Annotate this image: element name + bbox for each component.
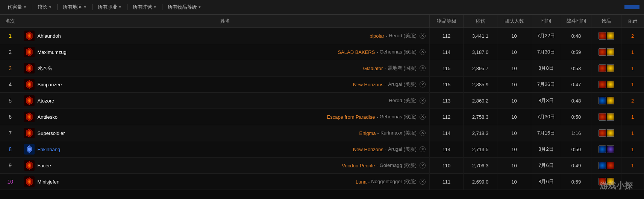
accessory-icons (591, 141, 621, 158)
item-level: 112 (430, 28, 464, 44)
guild-name[interactable]: Voodoo People (342, 163, 375, 168)
separator (57, 4, 58, 10)
dropdown-arrow: ▼ (23, 5, 27, 9)
guild-name[interactable]: New Horizons (353, 82, 383, 87)
filter-damage[interactable]: 伤害量 ▼ (5, 2, 30, 12)
guild-name[interactable]: Enigma (359, 130, 376, 136)
name-cell: SupersoldierEnigma - Kurinnaxx (美服)✕ (21, 125, 430, 141)
player-name[interactable]: Anttiesko (38, 114, 75, 120)
guild-name[interactable]: SALAD BAKERS (338, 49, 375, 55)
table-row[interactable]: 6 AnttieskoEscape from Paradise - Gehenn… (0, 109, 644, 125)
player-name[interactable]: 死木头 (38, 65, 75, 72)
region-badge[interactable]: ✕ (420, 146, 426, 152)
accessory-icons (591, 158, 621, 174)
table-header: 名次 姓名 物品等级 秒伤 团队人数 时间 战斗时间 饰品 Buff (0, 15, 644, 28)
region-badge[interactable]: ✕ (420, 179, 426, 185)
region-badge[interactable]: ✕ (420, 130, 426, 136)
server-name: Gehennas (欧服) (380, 113, 417, 120)
fight-time: 0:48 (561, 93, 591, 109)
guild-name[interactable]: bipolar (370, 33, 384, 39)
region-badge[interactable]: ✕ (420, 162, 426, 168)
lightning-icon (607, 97, 614, 104)
team-size: 10 (497, 158, 531, 174)
rank-cell: 3 (0, 60, 21, 77)
player-name[interactable]: Supersoldier (38, 130, 75, 136)
player-name[interactable]: Atozorc (38, 98, 75, 104)
dps-value: 2,860.2 (464, 93, 497, 109)
dropdown-arrow: ▼ (198, 5, 202, 9)
guild-name[interactable]: Luna (356, 179, 367, 185)
item-level: 114 (430, 125, 464, 141)
player-name[interactable]: Fhkinbang (38, 147, 75, 152)
guild-name[interactable]: Gladiator (363, 66, 383, 71)
date: 7月30日 (531, 109, 561, 125)
player-name[interactable]: Facée (38, 163, 75, 168)
region-badge[interactable]: ✕ (420, 81, 426, 87)
name-cell: Ahlaundohbipolar - Herod (美服)✕ (21, 28, 430, 44)
col-fighttime: 战斗时间 (561, 15, 591, 28)
lightning-icon (607, 48, 614, 56)
dps-value: 3,441.1 (464, 28, 497, 44)
item-level: 115 (430, 77, 464, 93)
avatar (24, 160, 35, 171)
region-badge[interactable]: ✕ (420, 114, 426, 120)
fire-icon (607, 162, 614, 169)
server-name: 震地者 (国服) (388, 65, 417, 72)
table-row[interactable]: 7 SupersoldierEnigma - Kurinnaxx (美服)✕11… (0, 125, 644, 141)
avatar (24, 31, 35, 41)
buff-count: 2 (621, 93, 644, 109)
rank-cell: 9 (0, 158, 21, 174)
region-badge[interactable]: ✕ (420, 65, 426, 71)
filter-faction[interactable]: 所有阵营 ▼ (130, 2, 160, 12)
server-name: Herod (美服) (389, 32, 417, 39)
separator (32, 4, 32, 10)
rank-cell: 6 (0, 109, 21, 125)
action-button[interactable] (624, 5, 639, 9)
team-size: 10 (497, 93, 531, 109)
dps-value: 2,718.3 (464, 125, 497, 141)
table-row[interactable]: 2 MaximumzugSALAD BAKERS - Gehennas (欧服)… (0, 44, 644, 60)
guild-server: Herod (美服)✕ (389, 97, 426, 104)
player-name[interactable]: Simpanzee (38, 82, 75, 87)
player-name[interactable]: Maximumzug (38, 49, 75, 55)
filter-itemlevel[interactable]: 所有物品等级 ▼ (165, 2, 205, 12)
guild-name[interactable]: New Horizons (353, 147, 383, 152)
date: 7月26日 (531, 77, 561, 93)
table-row[interactable]: 1 Ahlaundohbipolar - Herod (美服)✕1123,441… (0, 28, 644, 44)
table-row[interactable]: 4 SimpanzeeNew Horizons - Arugal (美服)✕11… (0, 77, 644, 93)
region-badge[interactable]: ✕ (420, 98, 426, 104)
item-level: 113 (430, 93, 464, 109)
date: 7月6日 (531, 158, 561, 174)
name-cell: AnttieskoEscape from Paradise - Gehennas… (21, 109, 430, 125)
table-row[interactable]: 9 FacéeVoodoo People - Golemagg (欧服)✕110… (0, 158, 644, 174)
team-size: 10 (497, 60, 531, 77)
lightning-icon (607, 129, 614, 137)
player-name[interactable]: Minisjefen (38, 179, 75, 185)
filter-class[interactable]: 所有职业 ▼ (95, 2, 125, 12)
dps-value: 2,758.3 (464, 109, 497, 125)
fire-icon (599, 32, 606, 40)
filter-guildmaster[interactable]: 馆长 ▼ (35, 2, 55, 12)
region-badge[interactable]: ✕ (420, 33, 426, 39)
fire-icon (599, 178, 606, 185)
avatar (24, 144, 35, 155)
server-name: Herod (美服) (389, 97, 417, 104)
server-name: Arugal (美服) (388, 81, 417, 88)
accessory-icons (591, 174, 621, 190)
accessory-icons (591, 77, 621, 93)
date: 8月6日 (531, 174, 561, 190)
guild-server: SALAD BAKERS - Gehennas (欧服)✕ (338, 49, 426, 55)
table-row[interactable]: 3 死木头Gladiator - 震地者 (国服)✕1152,895.7108月… (0, 60, 644, 77)
table-row[interactable]: 5 AtozorcHerod (美服)✕1132,860.2108月3日0:48… (0, 93, 644, 109)
player-name[interactable]: Ahlaundoh (38, 33, 75, 39)
table-row[interactable]: 8 FhkinbangNew Horizons - Arugal (美服)✕11… (0, 141, 644, 158)
fire-icon (599, 129, 606, 137)
guild-server: Voodoo People - Golemagg (欧服)✕ (342, 162, 426, 169)
accessory-icons (591, 44, 621, 60)
guild-name[interactable]: Escape from Paradise (327, 114, 375, 120)
region-badge[interactable]: ✕ (420, 49, 426, 55)
table-row[interactable]: 10 MinisjefenLuna - Noggenfogger (欧服)✕11… (0, 174, 644, 190)
buff-count: 1 (621, 77, 644, 93)
filter-region[interactable]: 所有地区 ▼ (60, 2, 90, 12)
server-name: Arugal (美服) (388, 146, 417, 153)
